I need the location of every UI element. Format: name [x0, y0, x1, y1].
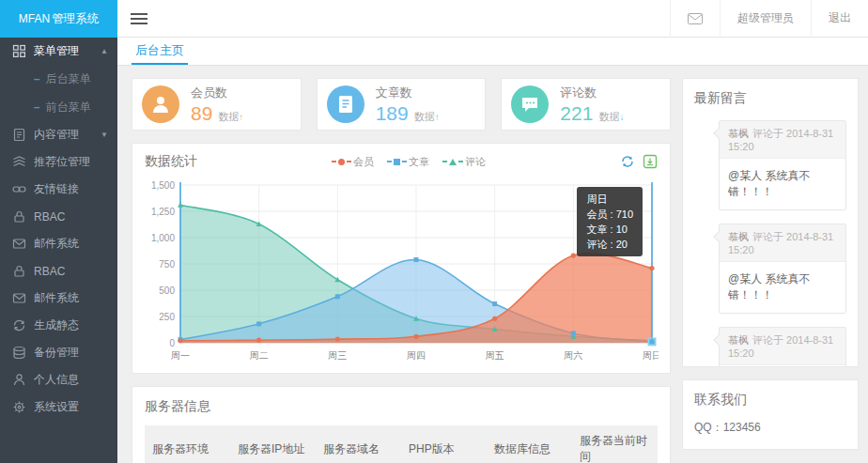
server-info-title: 服务器信息 [145, 398, 658, 415]
contact-qq: QQ：123456 [694, 420, 846, 436]
document-icon [12, 128, 26, 142]
legend-label: 评论 [465, 155, 486, 169]
member-icon [142, 85, 179, 123]
gear-icon [12, 400, 26, 414]
message-text: @某人 系统真不错！！！ [720, 365, 845, 367]
refresh-icon[interactable] [620, 154, 635, 169]
brand-logo[interactable]: MFAN管理系统 [0, 0, 117, 38]
stat-card-0[interactable]: 会员数89数据↑ [132, 78, 302, 131]
svg-text:1,000: 1,000 [151, 233, 175, 243]
mail-icon [12, 237, 26, 251]
sidebar: 菜单管理▲–后台菜单–前台菜单内容管理▼推荐位管理友情链接RBAC邮件系统RBA… [0, 38, 117, 463]
stat-card-2[interactable]: 评论数221数据↓ [501, 78, 671, 131]
svg-text:500: 500 [159, 286, 175, 296]
article-icon [327, 85, 364, 123]
layers-icon [12, 155, 26, 169]
message-author: 慕枫 [728, 128, 749, 139]
message-item-1[interactable]: 慕枫评论于 2014-8-31 15:20@某人 系统真不错！！！ [719, 224, 846, 314]
sidebar-item-label: 个人信息 [34, 372, 108, 388]
svg-text:周一: 周一 [171, 350, 190, 361]
lock-icon [12, 264, 26, 278]
current-user[interactable]: 超级管理员 [720, 0, 811, 38]
stat-card-1[interactable]: 文章数189数据↑ [317, 78, 487, 131]
chart-panel: 数据统计 会员文章评论 [132, 143, 671, 374]
svg-text:1,500: 1,500 [151, 180, 175, 191]
chart-title: 数据统计 [145, 153, 197, 170]
chevron-icon: ▲ [101, 47, 108, 55]
dash-icon: – [34, 72, 40, 85]
stat-value: 89 [191, 102, 212, 124]
brand-bold: MFAN [19, 12, 50, 25]
bubble-arrow-icon [713, 128, 723, 138]
sidebar-subitem-0-0[interactable]: –后台菜单 [0, 65, 117, 93]
legend-item-会员[interactable]: 会员 [332, 155, 374, 169]
svg-text:周三: 周三 [328, 350, 347, 361]
stat-label: 会员数 [191, 85, 243, 101]
sidebar-item-9[interactable]: 备份管理 [0, 339, 117, 366]
svg-text:周日: 周日 [643, 350, 659, 361]
bubble-arrow-icon [713, 231, 723, 241]
sidebar-item-1[interactable]: 内容管理▼ [0, 121, 117, 148]
stat-note: 数据 [598, 111, 619, 122]
chart-tooltip: 周日会员 : 710文章 : 10评论 : 20 [577, 187, 643, 256]
messages-panel: 最新留言 慕枫评论于 2014-8-31 15:20@某人 系统真不错！！！慕枫… [682, 78, 859, 367]
sidebar-item-3[interactable]: 友情链接 [0, 176, 117, 203]
lock-icon [12, 209, 26, 224]
tooltip-title: 周日 [586, 192, 633, 207]
sidebar-subitem-label: 前台菜单 [46, 100, 91, 116]
sidebar-item-5[interactable]: 邮件系统 [0, 230, 117, 257]
sidebar-item-label: RBAC [34, 210, 108, 224]
tooltip-row: 会员 : 710 [586, 207, 633, 222]
svg-text:0: 0 [169, 338, 175, 348]
sidebar-item-label: 菜单管理 [34, 43, 101, 59]
contact-panel: 联系我们 QQ：123456 [682, 379, 859, 450]
chart-area[interactable]: 02505007501,0001,2501,500周一周二周三周四周五周六周日 … [145, 177, 658, 367]
sidebar-item-4[interactable]: RBAC [0, 203, 117, 230]
sidebar-subitem-0-1[interactable]: –前台菜单 [0, 93, 117, 121]
bubble-arrow-icon [713, 334, 723, 345]
stats-cards: 会员数89数据↑文章数189数据↑评论数221数据↓ [132, 78, 671, 131]
message-text: @某人 系统真不错！！！ [720, 262, 845, 313]
sidebar-item-10[interactable]: 个人信息 [0, 366, 117, 394]
grid-icon [12, 44, 26, 58]
chart-legend: 会员文章评论 [197, 155, 620, 169]
trend-arrow-icon: ↓ [619, 112, 624, 122]
stat-note: 数据 [414, 111, 435, 122]
legend-item-评论[interactable]: 评论 [442, 155, 486, 169]
message-item-2[interactable]: 慕枫评论于 2014-8-31 15:20@某人 系统真不错！！！ [719, 327, 846, 367]
mail-icon[interactable] [670, 0, 720, 38]
menu-toggle-icon[interactable] [131, 10, 147, 27]
logout-link[interactable]: 退出 [811, 0, 868, 38]
server-col-header: 服务器域名 [316, 425, 401, 463]
legend-item-文章[interactable]: 文章 [387, 155, 429, 169]
legend-label: 文章 [409, 155, 429, 169]
person-icon [12, 373, 26, 387]
dash-icon: – [34, 100, 40, 114]
sidebar-item-label: RBAC [34, 265, 108, 278]
server-info-panel: 服务器信息 服务器环境服务器IP地址服务器域名PHP版本数据库信息服务器当前时间… [132, 386, 671, 463]
message-author: 慕枫 [728, 231, 749, 242]
stat-label: 评论数 [560, 85, 624, 101]
sidebar-item-label: 备份管理 [34, 345, 108, 361]
sidebar-item-11[interactable]: 系统设置 [0, 394, 117, 421]
envelope-icon [688, 13, 703, 24]
tab-home[interactable]: 后台主页 [132, 38, 188, 65]
server-col-header: 服务器当前时间 [572, 425, 658, 463]
svg-text:250: 250 [159, 312, 175, 322]
message-item-0[interactable]: 慕枫评论于 2014-8-31 15:20@某人 系统真不错！！！ [719, 120, 846, 210]
save-image-icon[interactable] [643, 154, 658, 169]
sidebar-item-label: 内容管理 [34, 127, 101, 143]
sidebar-item-8[interactable]: 生成静态 [0, 312, 117, 339]
server-col-header: 数据库信息 [487, 425, 572, 463]
topbar: MFAN管理系统 超级管理员 退出 [0, 0, 868, 38]
sidebar-item-2[interactable]: 推荐位管理 [0, 148, 117, 176]
sidebar-item-label: 邮件系统 [34, 236, 108, 252]
svg-text:周四: 周四 [407, 350, 426, 361]
svg-text:周二: 周二 [250, 350, 269, 361]
comment-icon [511, 85, 549, 123]
sidebar-item-7[interactable]: 邮件系统 [0, 285, 117, 312]
message-text: @某人 系统真不错！！！ [720, 159, 845, 209]
legend-marker-icon [449, 159, 457, 165]
sidebar-item-6[interactable]: RBAC [0, 257, 117, 285]
sidebar-item-0[interactable]: 菜单管理▲ [0, 38, 117, 65]
